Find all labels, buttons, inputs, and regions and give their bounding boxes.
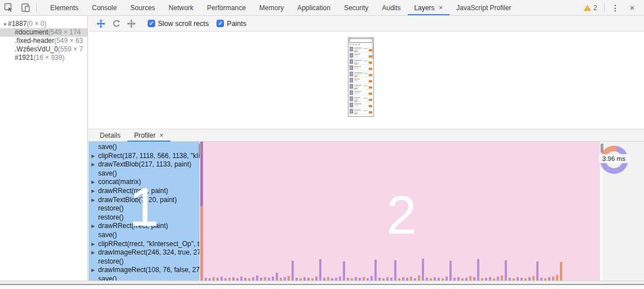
tab-console[interactable]: Console <box>85 0 123 15</box>
histogram-bar[interactable] <box>339 277 341 281</box>
histogram-bar[interactable] <box>276 273 278 281</box>
layer-tree-item-1887[interactable]: ▾#1887(0 × 0) <box>0 20 87 28</box>
paint-command-row[interactable]: ▶clipRect(187, 1118, 566, 1138, "kIn <box>89 152 200 161</box>
paint-command-row[interactable]: restore() <box>89 257 200 266</box>
expand-triangle-icon[interactable]: ▶ <box>91 178 95 187</box>
histogram-bar[interactable] <box>288 276 290 281</box>
histogram-bar[interactable] <box>449 261 452 281</box>
histogram-bar[interactable] <box>394 260 396 281</box>
layer-dimensions: (549 × 63 <box>54 37 83 45</box>
tree-expand-caret[interactable]: ▾ <box>2 20 8 28</box>
paint-command-row[interactable]: ▶drawImageRect(246, 324, true, 276 <box>89 248 200 257</box>
histogram-bar[interactable] <box>422 259 424 281</box>
more-options-button[interactable]: ⋮ <box>607 0 624 15</box>
histogram-bar[interactable] <box>220 277 223 281</box>
paint-command-row[interactable]: save() <box>89 275 200 281</box>
tab-profiler[interactable]: Profiler× <box>127 129 170 142</box>
tab-elements[interactable]: Elements <box>43 0 85 15</box>
paint-command-row[interactable]: save() <box>89 143 200 152</box>
paint-command-row[interactable]: ▶drawRRect(rrect, paint) <box>89 187 200 196</box>
tab-sources[interactable]: Sources <box>123 0 162 15</box>
histogram-bar[interactable] <box>410 277 412 281</box>
expand-triangle-icon[interactable]: ▶ <box>91 187 95 196</box>
paint-command-row[interactable]: ▶drawTextBlob(217, 1133, paint) <box>89 160 200 169</box>
reset-transform-button[interactable] <box>125 17 138 30</box>
rotate-mode-button[interactable] <box>109 17 123 30</box>
histogram-bar[interactable] <box>556 275 558 281</box>
tab-security[interactable]: Security <box>337 0 375 15</box>
paint-command-row[interactable]: ▶drawImageRect(108, 76, false, 276 <box>89 266 200 275</box>
histogram-bar[interactable] <box>501 275 503 281</box>
paint-command-row[interactable]: save() <box>89 169 200 178</box>
paint-profile-segment-2[interactable]: 2 <box>203 142 600 281</box>
device-toolbar-button[interactable] <box>17 0 34 15</box>
histogram-bar[interactable] <box>560 262 562 281</box>
tab-close-icon[interactable]: × <box>160 132 164 139</box>
histogram-bar[interactable] <box>374 260 377 281</box>
layers-3d-canvas[interactable] <box>89 32 644 129</box>
histogram-bar[interactable] <box>315 277 317 281</box>
paint-command-text: restore() <box>98 213 123 221</box>
tab-performance[interactable]: Performance <box>200 0 253 15</box>
histogram-bar[interactable] <box>532 276 535 281</box>
histogram-bar[interactable] <box>292 261 294 281</box>
tab-network[interactable]: Network <box>162 0 200 15</box>
thumbnail-orange-text <box>354 76 358 77</box>
paint-command-row[interactable]: ▶concat(matrix) <box>89 178 200 187</box>
tab-javascript-profiler[interactable]: JavaScript Profiler <box>449 0 518 15</box>
thumbnail-text-line <box>354 103 361 104</box>
paint-command-text: restore() <box>98 204 123 212</box>
tab-memory[interactable]: Memory <box>253 0 290 15</box>
histogram-bar[interactable] <box>370 276 373 281</box>
tab-close-icon[interactable]: × <box>439 4 443 11</box>
paint-command-row[interactable]: ▶clipRRect(rrect, "kIntersect_Op", tr <box>89 240 200 249</box>
histogram-bar[interactable] <box>505 260 507 281</box>
histogram-bar[interactable] <box>319 259 321 281</box>
expand-triangle-icon[interactable]: ▶ <box>91 160 95 169</box>
thumbnail-list-row <box>349 77 373 84</box>
paint-command-text: drawTextBlob(7, 20, paint) <box>98 196 177 204</box>
tab-details[interactable]: Details <box>93 129 127 142</box>
paint-command-row[interactable]: ▶drawTextBlob(7, 20, paint) <box>89 196 200 205</box>
console-warnings-button[interactable]: 2 <box>584 4 597 12</box>
profile-scrollbar-thumb[interactable] <box>601 143 603 153</box>
paint-command-row[interactable]: restore() <box>89 213 200 222</box>
tab-application[interactable]: Application <box>290 0 337 15</box>
expand-triangle-icon[interactable]: ▶ <box>91 248 95 257</box>
tab-layers[interactable]: Layers× <box>408 0 450 15</box>
histogram-bar[interactable] <box>240 277 242 281</box>
layer-tree-item-1921[interactable]: #1921(16 × 939) <box>0 54 87 62</box>
histogram-bar[interactable] <box>343 261 345 281</box>
layer-tree-item-fixedheader[interactable]: .fixed-header(549 × 63 <box>0 37 87 45</box>
expand-triangle-icon[interactable]: ▶ <box>91 266 95 275</box>
expand-triangle-icon[interactable]: ▶ <box>91 152 95 161</box>
histogram-bar[interactable] <box>469 276 471 281</box>
tab-audits[interactable]: Audits <box>375 0 407 15</box>
inspect-element-button[interactable] <box>0 0 17 15</box>
layer-tree-item-document[interactable]: #document(549 × 174 <box>0 28 87 37</box>
page-layer-thumbnail[interactable] <box>348 37 374 117</box>
histogram-bar[interactable] <box>552 277 554 281</box>
histogram-bar[interactable] <box>272 277 274 281</box>
checkbox-label: Paints <box>227 20 246 28</box>
command-log-scrollbar-thumb[interactable] <box>199 143 201 154</box>
pan-mode-button[interactable] <box>94 17 108 30</box>
histogram-bar[interactable] <box>256 275 258 281</box>
histogram-bar[interactable] <box>445 277 448 281</box>
histogram-bar[interactable] <box>477 259 479 281</box>
histogram-bar[interactable] <box>418 275 420 281</box>
layer-dimensions: (16 × 939) <box>33 54 64 62</box>
histogram-bar[interactable] <box>536 261 539 281</box>
close-devtools-button[interactable]: × <box>624 0 641 15</box>
paint-command-row[interactable]: save() <box>89 231 200 240</box>
paint-command-row[interactable]: restore() <box>89 204 200 213</box>
segment-boundary-bar <box>200 142 203 281</box>
layer-tree-item-Wz6esVdU0[interactable]: .Wz6esVdU_0(559 × 7 <box>0 45 87 54</box>
expand-triangle-icon[interactable]: ▶ <box>91 196 95 205</box>
expand-triangle-icon[interactable]: ▶ <box>91 240 95 249</box>
expand-triangle-icon[interactable]: ▶ <box>91 222 95 231</box>
paint-command-row[interactable]: ▶drawRRect(rrect, paint) <box>89 222 200 231</box>
histogram-bar[interactable] <box>497 277 499 281</box>
slow-scroll-rects-checkbox[interactable]: ✓ Slow scroll rects <box>148 20 209 28</box>
paints-checkbox[interactable]: ✓ Paints <box>217 20 246 28</box>
